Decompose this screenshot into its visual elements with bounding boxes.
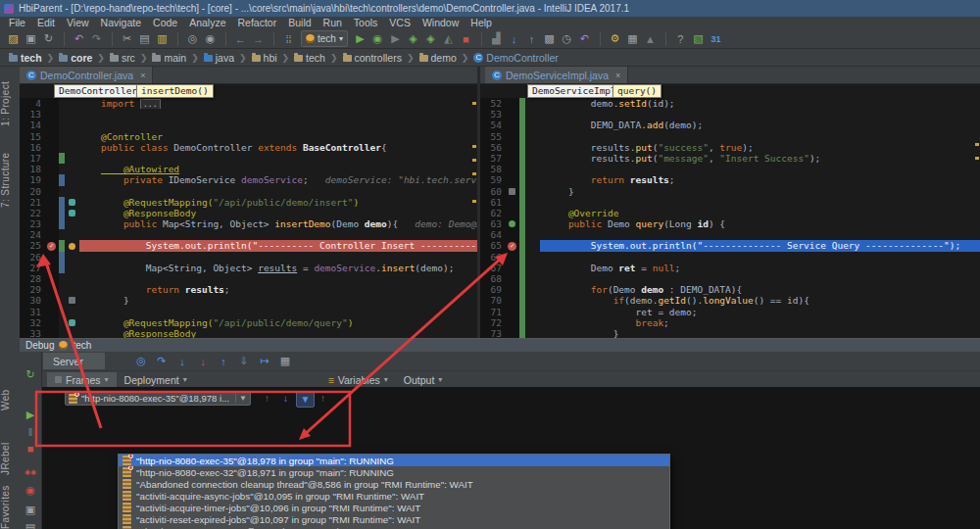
thread-row[interactable]: "http-nio-8080-exec-35"@18,978 in group …	[119, 455, 669, 466]
toolwindow-project[interactable]: 1: Project	[0, 72, 20, 135]
project-structure-icon[interactable]: ▦	[624, 31, 641, 47]
stop-icon[interactable]: ■	[458, 31, 474, 47]
mute-breakpoints-icon[interactable]: ◉◉	[22, 464, 39, 480]
breakpoint-icon[interactable]: ✓	[508, 242, 516, 251]
crumb-hbi[interactable]: hbi	[249, 52, 280, 64]
view-breakpoints-icon[interactable]: ◉	[22, 482, 39, 498]
tool-gray-icon[interactable]: ▟	[488, 31, 505, 47]
history-icon[interactable]: ◷	[559, 31, 575, 47]
search-everywhere-icon[interactable]: ◉	[202, 31, 219, 47]
breakpoint-icon[interactable]: ✓	[47, 242, 56, 251]
tab-output[interactable]: Output▾	[396, 372, 451, 387]
open-folder-icon[interactable]: ▨	[5, 31, 22, 47]
crumb-src[interactable]: src	[107, 52, 138, 64]
step-into-icon[interactable]: ↓	[173, 354, 191, 369]
settings-icon[interactable]: ⚙	[607, 31, 623, 47]
force-step-into-icon[interactable]: ↓	[194, 354, 212, 369]
screenshot-icon[interactable]: ▣	[22, 502, 39, 517]
sync-icon[interactable]: ↻	[40, 31, 57, 47]
coverage-icon[interactable]: ▶	[387, 31, 404, 47]
crumb-tech[interactable]: tech	[291, 52, 328, 64]
thread-row[interactable]: "activiti-acquire-async-jobs"@10,095 in …	[119, 490, 669, 502]
request-mapping-icon[interactable]	[69, 319, 75, 326]
menu-refactor[interactable]: Refactor	[233, 17, 282, 29]
crumb-java[interactable]: java	[201, 52, 237, 64]
tab-demoserviceimpl[interactable]: C DemoServiceImpl.java ×	[485, 67, 628, 83]
idea-31-icon[interactable]: 31	[708, 31, 724, 47]
thread-next-icon[interactable]: ↓	[277, 391, 294, 406]
save-icon[interactable]: ▣	[23, 31, 39, 47]
copy-icon[interactable]: ▤	[136, 31, 153, 47]
toolwindow-web[interactable]: Web	[0, 384, 20, 415]
tab-democontroller[interactable]: C DemoController.java ×	[20, 67, 153, 83]
crumb-DemoController[interactable]: CDemoController	[470, 52, 562, 64]
run-config-combo[interactable]: tech▾	[301, 30, 348, 47]
menu-analyze[interactable]: Analyze	[184, 17, 230, 29]
request-mapping-icon[interactable]	[69, 199, 75, 206]
drop-frame-icon[interactable]: ⇓	[235, 354, 253, 369]
profiler-icon[interactable]: ◭	[440, 31, 457, 47]
thread-combobox[interactable]: "http-nio-8080-exec-35"@18,978 i... ▼	[65, 391, 251, 406]
close-icon[interactable]: ×	[140, 71, 145, 80]
rollback-icon[interactable]: ↶	[576, 31, 593, 47]
column-mode-icon[interactable]: ⁞⁞	[280, 31, 297, 47]
vcs-update-icon[interactable]: ↓	[506, 31, 522, 47]
menu-code[interactable]: Code	[148, 17, 182, 29]
step-out-icon[interactable]: ↑	[215, 354, 232, 369]
vcs-commit-icon[interactable]: ↑	[523, 31, 540, 47]
crumb-core[interactable]: core	[56, 52, 95, 64]
pause-icon[interactable]: ‖	[22, 424, 39, 440]
tab-deployment[interactable]: Deployment▾	[117, 372, 195, 387]
thread-row[interactable]: "http-nio-8080-exec-32"@18,971 in group …	[119, 466, 669, 478]
thread-up-icon[interactable]: ↑	[315, 391, 331, 406]
run-to-cursor-icon[interactable]: ↦	[256, 354, 273, 369]
toolwindow-jrebel[interactable]: JRebel	[0, 437, 20, 480]
shelve-icon[interactable]: ▩	[541, 31, 558, 47]
menu-edit[interactable]: Edit	[32, 17, 60, 29]
tab-server[interactable]: Server	[43, 353, 105, 369]
thread-filter-icon[interactable]: ▼	[296, 391, 315, 408]
toolwindow-structure[interactable]: 7: Structure	[0, 143, 20, 217]
thread-row[interactable]: "activiti-acquire-timer-jobs"@10,096 in …	[119, 502, 669, 513]
thread-row[interactable]: "ajp-nio-8009-Acceptor-0"@5,375 in group…	[119, 525, 669, 529]
console-icon[interactable]: ▤	[22, 519, 39, 529]
request-mapping-icon[interactable]	[69, 210, 75, 216]
crumb-tech[interactable]: tech	[6, 52, 45, 64]
thread-row[interactable]: "activiti-reset-expired-jobs"@10,097 in …	[119, 513, 669, 525]
run-jrebel-icon[interactable]: ◈	[405, 31, 421, 47]
evaluate-expression-icon[interactable]: ▦	[276, 354, 294, 369]
find-icon[interactable]: ◎	[184, 31, 201, 47]
show-execution-point-icon[interactable]: ◎	[132, 354, 150, 369]
run-icon[interactable]: ▶	[352, 31, 368, 47]
menu-build[interactable]: Build	[283, 17, 316, 29]
ant-icon[interactable]: ▲	[642, 31, 659, 47]
tab-frames[interactable]: Frames▾	[47, 372, 117, 387]
rerun-icon[interactable]: ↻	[22, 366, 39, 382]
debug-icon[interactable]: ◉	[369, 31, 386, 47]
redo-icon[interactable]: ↷	[88, 31, 105, 47]
step-over-icon[interactable]: ↷	[153, 354, 171, 369]
crumb-main[interactable]: main	[149, 52, 189, 64]
paste-icon[interactable]: ▥	[154, 31, 171, 47]
menu-navigate[interactable]: Navigate	[96, 17, 146, 29]
menu-vcs[interactable]: VCS	[384, 17, 416, 29]
close-icon[interactable]: ×	[615, 71, 620, 80]
toolwindow-favorites[interactable]: Favorites	[0, 486, 20, 529]
back-icon[interactable]: ←	[232, 31, 249, 47]
menu-file[interactable]: File	[4, 17, 30, 29]
thread-row[interactable]: "Abandoned connection cleanup thread"@8,…	[119, 478, 669, 490]
tab-variables[interactable]: ≡Variables▾	[320, 372, 396, 387]
stop-debug-icon[interactable]: ■	[22, 441, 39, 457]
menu-run[interactable]: Run	[318, 17, 347, 29]
cut-icon[interactable]: ✂	[119, 31, 135, 47]
help-icon[interactable]: ?	[672, 31, 689, 47]
menu-tools[interactable]: Tools	[349, 17, 383, 29]
menu-help[interactable]: Help	[466, 17, 497, 29]
crumb-controllers[interactable]: controllers	[340, 52, 405, 64]
undo-icon[interactable]: ↶	[71, 31, 87, 47]
forward-icon[interactable]: →	[250, 31, 267, 47]
resume-icon[interactable]: ▶	[22, 407, 39, 422]
debug-jrebel-icon[interactable]: ◈	[422, 31, 439, 47]
menu-view[interactable]: View	[62, 17, 94, 29]
plugins-icon[interactable]: ▧	[690, 31, 707, 47]
